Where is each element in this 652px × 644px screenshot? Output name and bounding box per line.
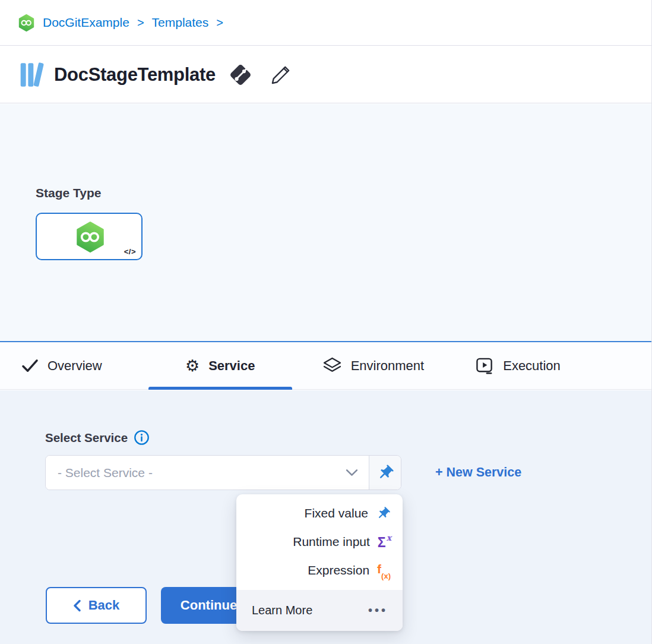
tab-execution[interactable]: Execution — [476, 342, 561, 389]
select-service-label: Select Service — [45, 431, 128, 445]
layers-icon — [322, 357, 342, 374]
select-service-label-row: Select Service — [45, 430, 150, 446]
ellipsis-icon: ••• — [368, 604, 388, 617]
chevron-left-icon — [73, 599, 81, 612]
input-type-menu: Fixed value Runtime input Σx Expression — [236, 494, 403, 631]
breadcrumb: DocGitExample > Templates > — [0, 0, 651, 46]
template-header: DocStageTemplate — [0, 46, 651, 103]
templates-library-icon — [18, 60, 46, 90]
sigma-x-icon: Σx — [378, 535, 391, 550]
stage-type-card[interactable]: </> — [36, 213, 143, 260]
tab-service[interactable]: ⚙ Service — [148, 342, 292, 389]
deploy-stage-hexagon-icon — [75, 221, 106, 255]
gear-icon: ⚙ — [185, 358, 200, 374]
back-button-label: Back — [88, 598, 120, 613]
tab-label: Execution — [503, 358, 561, 374]
service-tab-panel: Select Service - Select Service - — [0, 390, 651, 644]
page-title: DocStageTemplate — [54, 64, 216, 86]
fx-icon: f(x) — [377, 563, 391, 577]
play-box-icon — [476, 357, 494, 375]
stage-type-label: Stage Type — [36, 186, 101, 200]
breadcrumb-link-project[interactable]: DocGitExample — [43, 15, 129, 30]
service-select-placeholder: - Select Service - — [58, 466, 346, 480]
git-sync-badge-icon — [227, 62, 254, 88]
menu-item-runtime-input[interactable]: Runtime input Σx — [236, 528, 403, 556]
input-type-menu-items: Fixed value Runtime input Σx Expression — [236, 499, 403, 585]
project-module-icon — [18, 14, 35, 31]
code-view-badge: </> — [124, 247, 136, 256]
breadcrumb-link-templates[interactable]: Templates — [152, 15, 209, 30]
breadcrumb-separator: > — [216, 16, 223, 30]
menu-item-fixed-value[interactable]: Fixed value — [236, 499, 403, 528]
input-type-pin-button[interactable] — [369, 456, 401, 490]
pin-icon — [376, 506, 391, 521]
tab-label: Overview — [48, 358, 102, 374]
stage-type-section: Stage Type </> — [0, 104, 651, 341]
tab-overview[interactable]: Overview — [21, 342, 102, 389]
new-service-button[interactable]: + New Service — [435, 465, 521, 480]
service-select-dropdown[interactable]: - Select Service - — [46, 456, 369, 490]
stage-tab-bar: Overview ⚙ Service Environment — [0, 341, 651, 390]
menu-item-learn-more[interactable]: Learn More ••• — [236, 590, 403, 631]
back-button[interactable]: Back — [46, 587, 147, 624]
pencil-icon — [269, 63, 293, 87]
pin-icon — [376, 464, 394, 482]
tab-environment[interactable]: Environment — [322, 342, 425, 389]
info-icon[interactable] — [134, 430, 150, 446]
breadcrumb-separator: > — [137, 16, 144, 30]
menu-item-expression[interactable]: Expression f(x) — [236, 556, 403, 585]
continue-button-label: Continue — [181, 598, 237, 613]
chevron-down-icon — [346, 469, 358, 476]
tab-label: Service — [208, 358, 255, 374]
tab-label: Environment — [351, 358, 425, 374]
template-studio-page: DocGitExample > Templates > DocStageTemp… — [0, 0, 652, 644]
service-select-group: - Select Service - — [45, 455, 401, 490]
edit-template-button[interactable] — [267, 61, 295, 89]
learn-more-label: Learn More — [252, 604, 312, 617]
check-icon — [21, 358, 39, 373]
